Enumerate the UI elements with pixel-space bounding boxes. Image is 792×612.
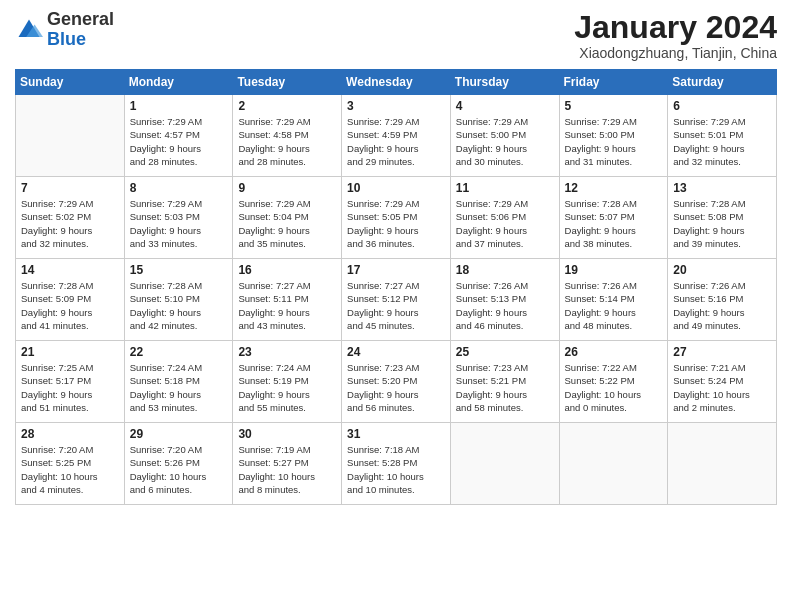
calendar-cell: 18Sunrise: 7:26 AMSunset: 5:13 PMDayligh… bbox=[450, 259, 559, 341]
day-number: 23 bbox=[238, 345, 336, 359]
day-info: Sunrise: 7:29 AMSunset: 5:04 PMDaylight:… bbox=[238, 197, 336, 250]
day-number: 20 bbox=[673, 263, 771, 277]
calendar-cell: 1Sunrise: 7:29 AMSunset: 4:57 PMDaylight… bbox=[124, 95, 233, 177]
calendar-cell: 9Sunrise: 7:29 AMSunset: 5:04 PMDaylight… bbox=[233, 177, 342, 259]
day-info: Sunrise: 7:21 AMSunset: 5:24 PMDaylight:… bbox=[673, 361, 771, 414]
day-info: Sunrise: 7:28 AMSunset: 5:07 PMDaylight:… bbox=[565, 197, 663, 250]
week-row-4: 28Sunrise: 7:20 AMSunset: 5:25 PMDayligh… bbox=[16, 423, 777, 505]
calendar-cell: 14Sunrise: 7:28 AMSunset: 5:09 PMDayligh… bbox=[16, 259, 125, 341]
day-info: Sunrise: 7:29 AMSunset: 4:57 PMDaylight:… bbox=[130, 115, 228, 168]
day-info: Sunrise: 7:26 AMSunset: 5:16 PMDaylight:… bbox=[673, 279, 771, 332]
day-number: 8 bbox=[130, 181, 228, 195]
calendar-cell: 28Sunrise: 7:20 AMSunset: 5:25 PMDayligh… bbox=[16, 423, 125, 505]
day-info: Sunrise: 7:24 AMSunset: 5:18 PMDaylight:… bbox=[130, 361, 228, 414]
calendar-cell: 29Sunrise: 7:20 AMSunset: 5:26 PMDayligh… bbox=[124, 423, 233, 505]
day-of-week-thursday: Thursday bbox=[450, 70, 559, 95]
page: General Blue January 2024 Xiaodongzhuang… bbox=[0, 0, 792, 612]
logo-icon bbox=[15, 16, 43, 44]
week-row-0: 1Sunrise: 7:29 AMSunset: 4:57 PMDaylight… bbox=[16, 95, 777, 177]
day-info: Sunrise: 7:29 AMSunset: 5:01 PMDaylight:… bbox=[673, 115, 771, 168]
day-info: Sunrise: 7:27 AMSunset: 5:11 PMDaylight:… bbox=[238, 279, 336, 332]
location: Xiaodongzhuang, Tianjin, China bbox=[574, 45, 777, 61]
calendar-cell bbox=[16, 95, 125, 177]
calendar-cell: 24Sunrise: 7:23 AMSunset: 5:20 PMDayligh… bbox=[342, 341, 451, 423]
day-info: Sunrise: 7:29 AMSunset: 5:06 PMDaylight:… bbox=[456, 197, 554, 250]
calendar-cell: 26Sunrise: 7:22 AMSunset: 5:22 PMDayligh… bbox=[559, 341, 668, 423]
day-number: 15 bbox=[130, 263, 228, 277]
calendar-cell: 8Sunrise: 7:29 AMSunset: 5:03 PMDaylight… bbox=[124, 177, 233, 259]
day-number: 13 bbox=[673, 181, 771, 195]
month-title: January 2024 bbox=[574, 10, 777, 45]
calendar-cell: 25Sunrise: 7:23 AMSunset: 5:21 PMDayligh… bbox=[450, 341, 559, 423]
calendar-cell bbox=[668, 423, 777, 505]
day-info: Sunrise: 7:29 AMSunset: 4:58 PMDaylight:… bbox=[238, 115, 336, 168]
day-header-row: SundayMondayTuesdayWednesdayThursdayFrid… bbox=[16, 70, 777, 95]
calendar: SundayMondayTuesdayWednesdayThursdayFrid… bbox=[15, 69, 777, 505]
week-row-1: 7Sunrise: 7:29 AMSunset: 5:02 PMDaylight… bbox=[16, 177, 777, 259]
day-of-week-saturday: Saturday bbox=[668, 70, 777, 95]
day-number: 25 bbox=[456, 345, 554, 359]
calendar-cell bbox=[450, 423, 559, 505]
day-number: 30 bbox=[238, 427, 336, 441]
calendar-cell: 19Sunrise: 7:26 AMSunset: 5:14 PMDayligh… bbox=[559, 259, 668, 341]
calendar-cell bbox=[559, 423, 668, 505]
calendar-cell: 4Sunrise: 7:29 AMSunset: 5:00 PMDaylight… bbox=[450, 95, 559, 177]
calendar-cell: 5Sunrise: 7:29 AMSunset: 5:00 PMDaylight… bbox=[559, 95, 668, 177]
day-info: Sunrise: 7:18 AMSunset: 5:28 PMDaylight:… bbox=[347, 443, 445, 496]
day-of-week-friday: Friday bbox=[559, 70, 668, 95]
calendar-cell: 12Sunrise: 7:28 AMSunset: 5:07 PMDayligh… bbox=[559, 177, 668, 259]
calendar-cell: 23Sunrise: 7:24 AMSunset: 5:19 PMDayligh… bbox=[233, 341, 342, 423]
header: General Blue January 2024 Xiaodongzhuang… bbox=[15, 10, 777, 61]
day-info: Sunrise: 7:29 AMSunset: 5:00 PMDaylight:… bbox=[456, 115, 554, 168]
day-of-week-sunday: Sunday bbox=[16, 70, 125, 95]
calendar-cell: 6Sunrise: 7:29 AMSunset: 5:01 PMDaylight… bbox=[668, 95, 777, 177]
calendar-cell: 7Sunrise: 7:29 AMSunset: 5:02 PMDaylight… bbox=[16, 177, 125, 259]
day-number: 12 bbox=[565, 181, 663, 195]
day-number: 17 bbox=[347, 263, 445, 277]
day-number: 2 bbox=[238, 99, 336, 113]
day-number: 6 bbox=[673, 99, 771, 113]
day-number: 22 bbox=[130, 345, 228, 359]
day-info: Sunrise: 7:20 AMSunset: 5:25 PMDaylight:… bbox=[21, 443, 119, 496]
calendar-cell: 21Sunrise: 7:25 AMSunset: 5:17 PMDayligh… bbox=[16, 341, 125, 423]
week-row-3: 21Sunrise: 7:25 AMSunset: 5:17 PMDayligh… bbox=[16, 341, 777, 423]
calendar-cell: 13Sunrise: 7:28 AMSunset: 5:08 PMDayligh… bbox=[668, 177, 777, 259]
day-number: 26 bbox=[565, 345, 663, 359]
day-info: Sunrise: 7:27 AMSunset: 5:12 PMDaylight:… bbox=[347, 279, 445, 332]
day-info: Sunrise: 7:28 AMSunset: 5:10 PMDaylight:… bbox=[130, 279, 228, 332]
day-number: 7 bbox=[21, 181, 119, 195]
day-info: Sunrise: 7:29 AMSunset: 4:59 PMDaylight:… bbox=[347, 115, 445, 168]
day-info: Sunrise: 7:25 AMSunset: 5:17 PMDaylight:… bbox=[21, 361, 119, 414]
day-number: 3 bbox=[347, 99, 445, 113]
day-number: 5 bbox=[565, 99, 663, 113]
day-info: Sunrise: 7:24 AMSunset: 5:19 PMDaylight:… bbox=[238, 361, 336, 414]
day-info: Sunrise: 7:26 AMSunset: 5:14 PMDaylight:… bbox=[565, 279, 663, 332]
calendar-body: 1Sunrise: 7:29 AMSunset: 4:57 PMDaylight… bbox=[16, 95, 777, 505]
day-of-week-tuesday: Tuesday bbox=[233, 70, 342, 95]
day-number: 16 bbox=[238, 263, 336, 277]
calendar-cell: 30Sunrise: 7:19 AMSunset: 5:27 PMDayligh… bbox=[233, 423, 342, 505]
day-info: Sunrise: 7:29 AMSunset: 5:05 PMDaylight:… bbox=[347, 197, 445, 250]
day-number: 31 bbox=[347, 427, 445, 441]
calendar-cell: 31Sunrise: 7:18 AMSunset: 5:28 PMDayligh… bbox=[342, 423, 451, 505]
day-number: 10 bbox=[347, 181, 445, 195]
day-number: 11 bbox=[456, 181, 554, 195]
day-number: 21 bbox=[21, 345, 119, 359]
day-number: 4 bbox=[456, 99, 554, 113]
title-block: January 2024 Xiaodongzhuang, Tianjin, Ch… bbox=[574, 10, 777, 61]
calendar-cell: 20Sunrise: 7:26 AMSunset: 5:16 PMDayligh… bbox=[668, 259, 777, 341]
calendar-cell: 17Sunrise: 7:27 AMSunset: 5:12 PMDayligh… bbox=[342, 259, 451, 341]
day-number: 9 bbox=[238, 181, 336, 195]
calendar-cell: 2Sunrise: 7:29 AMSunset: 4:58 PMDaylight… bbox=[233, 95, 342, 177]
day-of-week-wednesday: Wednesday bbox=[342, 70, 451, 95]
day-info: Sunrise: 7:29 AMSunset: 5:02 PMDaylight:… bbox=[21, 197, 119, 250]
logo-blue-text: Blue bbox=[47, 29, 86, 49]
day-info: Sunrise: 7:22 AMSunset: 5:22 PMDaylight:… bbox=[565, 361, 663, 414]
day-number: 18 bbox=[456, 263, 554, 277]
calendar-cell: 15Sunrise: 7:28 AMSunset: 5:10 PMDayligh… bbox=[124, 259, 233, 341]
day-info: Sunrise: 7:29 AMSunset: 5:00 PMDaylight:… bbox=[565, 115, 663, 168]
day-number: 19 bbox=[565, 263, 663, 277]
week-row-2: 14Sunrise: 7:28 AMSunset: 5:09 PMDayligh… bbox=[16, 259, 777, 341]
day-info: Sunrise: 7:23 AMSunset: 5:20 PMDaylight:… bbox=[347, 361, 445, 414]
logo-general-text: General bbox=[47, 9, 114, 29]
